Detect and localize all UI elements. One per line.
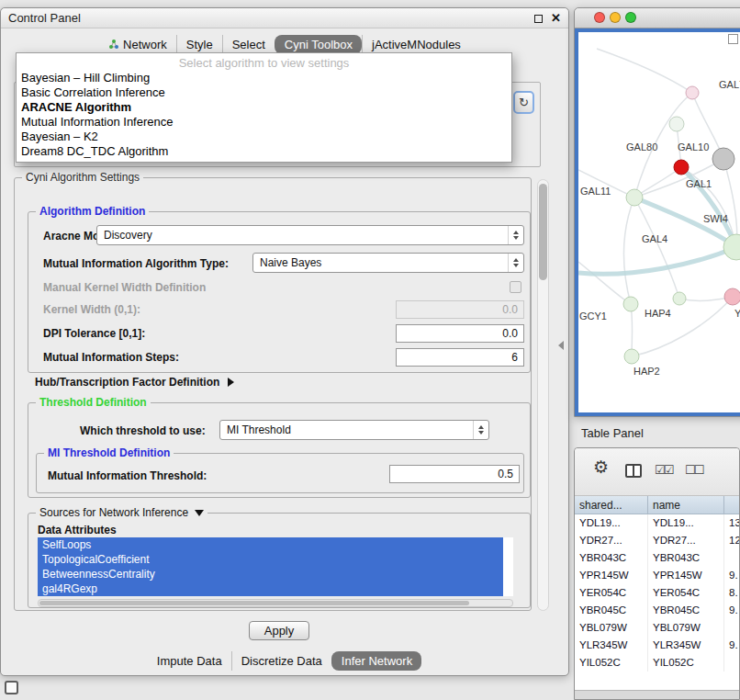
column-header[interactable]: name [648,496,724,514]
column-header[interactable]: shared... [575,496,648,514]
attribute-item[interactable]: BetweennessCentrality [38,567,503,581]
table-cell: 8. [724,584,739,602]
tab-select[interactable]: Select [222,35,275,54]
algorithm-option-mutual-information-inference[interactable]: Mutual Information Inference [17,115,511,130]
network-node-label: GCY1 [579,310,607,322]
threshold-definition-group: Threshold Definition Which threshold to … [28,402,531,498]
network-node[interactable] [623,297,638,311]
table-cell: YPR145W [648,567,724,584]
close-light-icon[interactable] [594,12,605,23]
attribute-item[interactable]: TopologicalCoefficient [38,552,503,567]
mi-algorithm-type-value: Naive Bayes [260,256,508,269]
hide-columns-icon[interactable]: ☐☐ [685,463,702,477]
table-row[interactable]: YDR27...YDR27...12 [575,532,739,549]
tab-style[interactable]: Style [176,35,222,54]
algorithm-definition-group: Algorithm Definition Aracne Mode: Discov… [28,211,531,373]
table-row[interactable]: YER054CYER054C8. [575,584,739,602]
table-cell [724,654,739,672]
network-canvas[interactable]: GAL7GAL80GAL10GAL11GAL1SWI4GAL4GCY1HAP4Y… [578,32,740,412]
network-node-label: SWI4 [703,213,728,224]
table-row[interactable]: YBL079WYBL079W [575,619,739,637]
scrollbar-thumb[interactable] [39,601,469,605]
table-row[interactable]: YPR145WYPR145W9. [575,567,739,584]
network-window: GAL7GAL80GAL10GAL11GAL1SWI4GAL4GCY1HAP4Y… [574,7,740,417]
bottom-tab-impute-data[interactable]: Impute Data [148,651,231,671]
apply-button[interactable]: Apply [249,621,309,640]
control-panel-titlebar[interactable]: Control Panel ✕ [1,8,568,28]
network-node[interactable] [674,160,689,175]
bottom-tab-infer-network[interactable]: Infer Network [331,651,421,671]
show-columns-icon[interactable]: ☑☑ [655,463,672,477]
network-node[interactable] [624,349,639,364]
sources-disclosure[interactable]: Sources for Network Inference [36,506,207,519]
table-row[interactable]: YBR043CYBR043C [575,549,739,567]
mi-steps-field[interactable]: 6 [396,348,524,367]
table-hscrollbar[interactable] [575,690,739,699]
aracne-mode-select[interactable]: Discovery [96,225,524,245]
algorithm-option-bayesian-hill-climbing[interactable]: Bayesian – Hill Climbing [17,71,511,85]
tab-network[interactable]: Network [99,35,176,54]
traffic-lights [594,12,641,23]
attribute-list-hscrollbar[interactable] [38,599,513,607]
network-node[interactable] [724,288,740,305]
attribute-item[interactable]: gal4RGexp [38,581,503,596]
panel-collapse-arrow[interactable] [558,341,564,350]
attribute-list[interactable]: SelfLoopsTopologicalCoefficientBetweenne… [38,537,513,596]
table-row[interactable]: YBR045CYBR045C9. [575,602,739,619]
mi-algorithm-type-select[interactable]: Naive Bayes [252,253,524,273]
network-node-label: GAL10 [678,141,709,152]
mi-threshold-field[interactable]: 0.5 [389,465,520,483]
network-node-label: GAL7 [719,79,740,90]
which-threshold-select[interactable]: MI Threshold [219,420,489,440]
algorithm-option-bayesian-k2[interactable]: Bayesian – K2 [17,130,511,144]
network-corner-widget[interactable] [728,34,738,44]
combo-arrows-icon [473,421,488,439]
settings-scrollbar[interactable] [537,179,549,611]
table-panel-title: Table Panel [581,426,644,440]
table-row[interactable]: YLR345WYLR345W9. [575,637,739,654]
network-node[interactable] [669,117,684,131]
minimized-panel-icon[interactable] [5,681,18,694]
table-panel-window: ⚙☑☑☐☐ shared...name YDL19...YDL19...13YD… [574,447,740,700]
tab-cyni-toolbox[interactable]: Cyni Toolbox [275,35,362,54]
settings-gear-icon[interactable]: ⚙ [593,457,609,478]
float-window-icon[interactable] [534,15,543,23]
disclosure-down-icon [195,510,204,516]
bottom-tab-discretize-data[interactable]: Discretize Data [231,651,331,671]
algorithm-dropdown-popup: Select algorithm to view settings Bayesi… [16,52,512,163]
algorithm-option-dream8-dc-tdc-algorithm[interactable]: Dream8 DC_TDC Algorithm [17,144,511,159]
table-cell: YBL079W [648,619,724,637]
table-row[interactable]: YDL19...YDL19...13 [575,514,739,532]
dpi-tolerance-field[interactable]: 0.0 [396,324,524,343]
tab-jactivemnodules[interactable]: jActiveMNodules [362,35,470,54]
minimize-light-icon[interactable] [610,12,621,23]
network-node[interactable] [686,86,699,99]
table-row[interactable]: YIL052CYIL052C [575,654,739,672]
attribute-item[interactable]: SelfLoops [38,537,503,552]
table-cell: YBR045C [648,602,724,619]
column-layout-icon[interactable] [625,464,642,478]
network-node[interactable] [673,292,686,305]
refresh-algorithm-button[interactable]: ↻ [513,91,534,114]
dropdown-prompt: Select algorithm to view settings [17,55,511,71]
table-cell: YLR345W [648,637,724,654]
network-node[interactable] [712,148,734,170]
network-node-label: GAL11 [580,186,611,197]
manual-kernel-width-label: Manual Kernel Width Definition [43,278,206,297]
manual-kernel-width-checkbox[interactable] [510,281,521,293]
close-icon[interactable]: ✕ [551,8,561,28]
network-window-titlebar[interactable] [575,8,740,28]
network-node[interactable] [626,189,643,206]
column-header[interactable] [724,496,739,514]
scrollbar-thumb[interactable] [539,184,547,280]
hub-definition-disclosure[interactable]: Hub/Transcription Factor Definition [35,373,234,391]
table-cell: YDR27... [575,532,648,549]
algorithm-option-basic-correlation-inference[interactable]: Basic Correlation Inference [17,85,511,100]
zoom-light-icon[interactable] [625,12,636,23]
algorithm-option-aracne-algorithm[interactable]: ARACNE Algorithm [17,100,511,115]
network-icon [108,39,119,50]
table-cell: YER054C [648,584,724,602]
table-cell: 12 [724,532,739,549]
table-cell: 9. [724,567,739,584]
table-body: YDL19...YDL19...13YDR27...YDR27...12YBR0… [575,514,739,690]
